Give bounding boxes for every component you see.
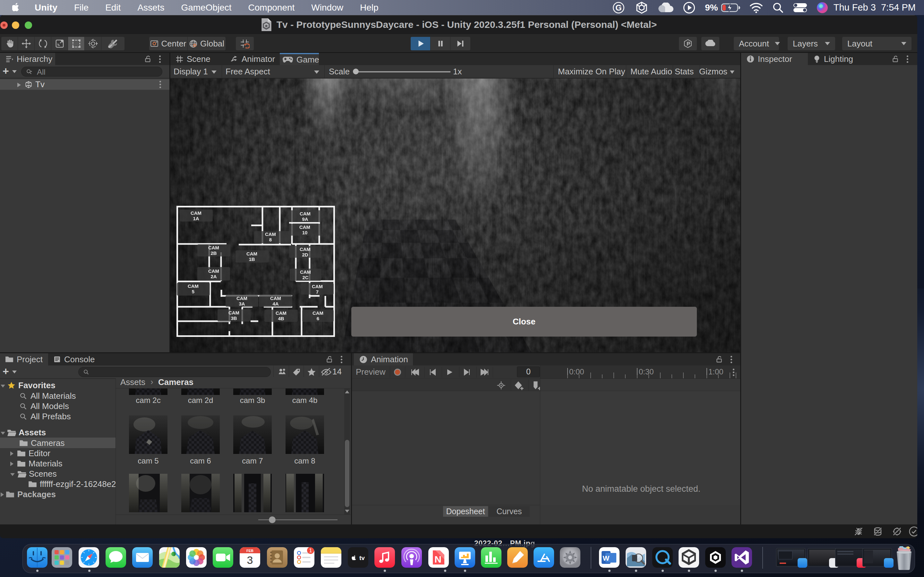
svg-text:6: 6 <box>317 316 319 321</box>
svg-text:CAM: CAM <box>246 251 257 256</box>
svg-text:9A: 9A <box>302 216 308 222</box>
svg-text:FEB: FEB <box>246 549 254 553</box>
svg-text:CAM: CAM <box>265 231 276 237</box>
svg-text:CAM: CAM <box>191 210 202 216</box>
svg-text:CAM: CAM <box>276 310 286 316</box>
svg-text:CAM: CAM <box>300 247 310 252</box>
svg-text:CAM: CAM <box>228 310 239 316</box>
svg-text:2D: 2D <box>302 252 308 258</box>
svg-text:3: 3 <box>247 554 253 566</box>
svg-text:10: 10 <box>302 230 308 235</box>
svg-text:CAM: CAM <box>300 269 311 275</box>
svg-text:5: 5 <box>192 289 194 294</box>
svg-text:1: 1 <box>309 548 312 553</box>
svg-text:tv: tv <box>359 554 365 561</box>
svg-text:CAM: CAM <box>299 224 310 230</box>
svg-text:2B: 2B <box>210 250 216 256</box>
svg-text:CAM: CAM <box>208 268 219 274</box>
svg-text:CAM: CAM <box>312 310 323 316</box>
svg-text:2C: 2C <box>302 275 309 280</box>
svg-text:7: 7 <box>316 289 318 295</box>
svg-text:CAM: CAM <box>236 295 247 301</box>
svg-text:8: 8 <box>269 237 272 242</box>
svg-text:G: G <box>615 3 622 12</box>
svg-text:1B: 1B <box>249 256 255 262</box>
svg-text:3B: 3B <box>231 316 237 321</box>
svg-text:CAM: CAM <box>188 284 199 289</box>
svg-text:CAM: CAM <box>270 295 281 301</box>
svg-text:N: N <box>435 554 441 564</box>
svg-text:2A: 2A <box>210 274 216 279</box>
svg-text:4B: 4B <box>278 316 284 321</box>
svg-text:1A: 1A <box>193 216 199 221</box>
svg-text:CAM: CAM <box>300 211 310 216</box>
svg-text:CAM: CAM <box>208 245 219 250</box>
svg-text:CAM: CAM <box>312 284 323 289</box>
svg-text:3A: 3A <box>239 301 245 306</box>
svg-text:4A: 4A <box>272 301 278 306</box>
svg-text:W: W <box>603 554 610 562</box>
